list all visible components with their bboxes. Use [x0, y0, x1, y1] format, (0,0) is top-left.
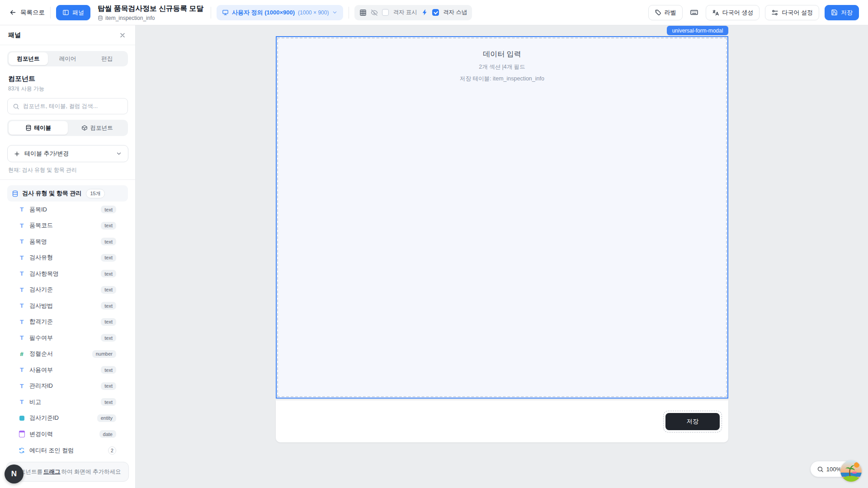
field-type-badge: text — [101, 286, 116, 294]
field-type-badge: text — [101, 222, 116, 230]
field-row[interactable]: 변경이력 date — [7, 426, 128, 442]
i18n-generate-button[interactable]: 다국어 생성 — [706, 5, 760, 20]
panel-toggle-button[interactable]: 패널 — [56, 5, 90, 20]
field-name: 검사유형 — [29, 253, 97, 262]
field-row[interactable]: 합격기준 text — [7, 314, 128, 330]
field-type-icon — [18, 366, 25, 374]
modal-footer[interactable]: 저장 — [276, 400, 728, 442]
form-modal[interactable]: 데이터 입력 2개 섹션 |4개 필드 저장 테이블: item_inspect… — [276, 36, 728, 399]
eye-off-icon[interactable] — [371, 9, 378, 16]
island-logo[interactable] — [840, 460, 862, 482]
field-type-badge: date — [99, 430, 116, 438]
field-type-icon — [18, 302, 25, 310]
components-heading: 컴포넌트 — [8, 75, 127, 83]
panel-layout-icon — [62, 9, 69, 16]
arrow-left-icon — [9, 9, 17, 16]
monitor-icon — [222, 9, 229, 16]
field-type-badge: text — [101, 366, 116, 374]
subtab-components[interactable]: 컴포넌트 — [68, 121, 127, 135]
field-row[interactable]: 검사기준 text — [7, 282, 128, 298]
field-type-icon — [18, 334, 25, 342]
snap-bolt-icon — [421, 9, 428, 16]
field-row[interactable]: 품목코드 text — [7, 218, 128, 234]
field-type-icon — [18, 431, 25, 438]
field-row[interactable]: 검사방법 text — [7, 298, 128, 314]
grid-show-checkbox[interactable] — [382, 9, 389, 16]
label-button[interactable]: 라벨 — [648, 5, 683, 20]
field-type-icon — [18, 254, 25, 261]
field-row[interactable]: 품목명 text — [7, 234, 128, 250]
field-type-icon — [18, 318, 25, 325]
magnifier-icon — [817, 466, 824, 473]
add-table-button[interactable]: 테이블 추가/변경 — [7, 145, 128, 162]
available-count: 83개 사용 가능 — [8, 85, 127, 93]
grid-snap-checkbox[interactable] — [432, 9, 439, 16]
i18n-settings-button[interactable]: 다국어 설정 — [765, 5, 819, 20]
field-row[interactable]: 비고 text — [7, 394, 128, 410]
join-columns-icon — [18, 447, 25, 454]
viewport-select[interactable]: 사용자 정의 (1000×900) (1000 × 900) — [217, 5, 343, 20]
field-name: 검사기준 — [29, 286, 97, 294]
tab-edit[interactable]: 편집 — [87, 52, 127, 65]
table-group-count-badge: 15개 — [86, 189, 104, 198]
search-input[interactable] — [23, 103, 123, 109]
viewport-size: (1000 × 900) — [298, 9, 329, 16]
table-group-name: 검사 유형 및 항목 관리 — [22, 189, 81, 197]
field-row[interactable]: 검사유형 text — [7, 250, 128, 266]
grid-icon[interactable] — [359, 9, 367, 16]
field-type-badge: text — [101, 398, 116, 406]
left-panel: 패널 컴포넌트 레이어 편집 컴포넌트 83개 사용 가능 테이블 컴포넌트 테… — [0, 25, 136, 488]
grid-options-group: 격자 표시 격자 스냅 — [354, 5, 472, 20]
plus-icon — [14, 150, 20, 157]
field-row[interactable]: 검사항목명 text — [7, 266, 128, 282]
table-ref: item_inspection_info — [105, 15, 155, 21]
close-panel-button[interactable] — [118, 31, 127, 40]
field-type-icon — [18, 382, 25, 389]
field-row[interactable]: 정렬순서 number — [7, 346, 128, 362]
join-column-row[interactable]: 에디터 조인 컬럼 2 — [7, 443, 128, 459]
title-block: 탑씰 품목검사정보 신규등록 모달 item_inspection_info — [98, 4, 203, 21]
database-icon — [25, 125, 32, 131]
field-row[interactable]: 사용여부 text — [7, 362, 128, 378]
app-logo[interactable]: N — [5, 465, 24, 483]
field-name: 비고 — [29, 398, 97, 406]
form-title: 데이터 입력 — [277, 50, 727, 59]
current-table-label: 현재: 검사 유형 및 항목 관리 — [8, 166, 127, 174]
search-icon — [13, 103, 19, 110]
form-modal-header: 데이터 입력 2개 섹션 |4개 필드 저장 테이블: item_inspect… — [277, 37, 727, 83]
field-type-icon — [18, 270, 25, 277]
field-type-badge: number — [92, 350, 116, 358]
modal-save-button[interactable]: 저장 — [665, 413, 720, 430]
tab-components[interactable]: 컴포넌트 — [9, 52, 48, 65]
package-icon — [81, 125, 88, 131]
source-tab-bar: 테이블 컴포넌트 — [7, 120, 128, 136]
tab-layers[interactable]: 레이어 — [48, 52, 87, 65]
keyboard-shortcuts-button[interactable] — [688, 5, 700, 20]
field-type-badge: text — [101, 238, 116, 245]
field-type-icon — [18, 222, 25, 229]
close-icon — [119, 32, 126, 39]
field-row[interactable]: 관리자ID text — [7, 378, 128, 394]
subtab-tables[interactable]: 테이블 — [9, 121, 68, 135]
keyboard-icon — [690, 8, 698, 17]
field-name: 검사기준ID — [29, 414, 93, 422]
field-type-badge: text — [101, 254, 116, 262]
panel-tab-bar: 컴포넌트 레이어 편집 — [7, 51, 128, 66]
save-button[interactable]: 저장 — [825, 5, 859, 20]
back-button[interactable]: 목록으로 — [9, 9, 45, 17]
field-row[interactable]: 품목ID text — [7, 202, 128, 218]
field-name: 검사방법 — [29, 302, 97, 310]
form-table-label: 저장 테이블: item_inspection_info — [277, 75, 727, 83]
field-row[interactable]: 필수여부 text — [7, 330, 128, 346]
field-row[interactable]: 검사기준ID entity — [7, 410, 128, 427]
save-icon — [831, 9, 838, 16]
table-group-header[interactable]: 검사 유형 및 항목 관리 15개 — [7, 185, 128, 202]
field-name: 에디터 조인 컬럼 — [29, 446, 104, 455]
drag-hint: 컴포넌트를 드래그하여 화면에 추가하세요 — [6, 462, 129, 482]
field-name: 품목코드 — [29, 221, 97, 230]
field-name: 합격기준 — [29, 318, 97, 326]
tag-icon — [655, 9, 661, 16]
field-type-badge: text — [101, 382, 116, 390]
field-type-badge: text — [101, 270, 116, 277]
editor-canvas[interactable]: universal-form-modal 데이터 입력 2개 섹션 |4개 필드… — [136, 25, 868, 488]
